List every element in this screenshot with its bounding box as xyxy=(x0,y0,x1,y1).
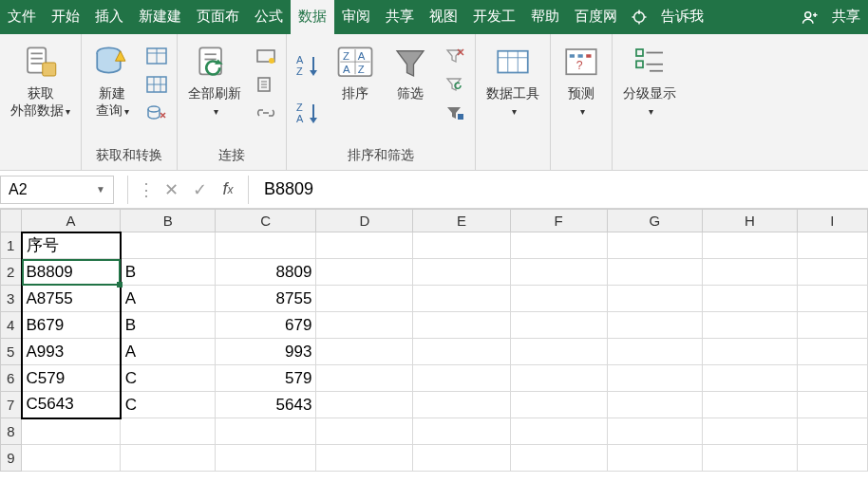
row-header-2[interactable]: 2 xyxy=(1,259,22,286)
cell-H1[interactable] xyxy=(702,232,797,259)
cell-C6[interactable]: 579 xyxy=(216,365,316,392)
cell-I2[interactable] xyxy=(797,259,867,286)
tab-formulas[interactable]: 公式 xyxy=(247,0,291,34)
row-header-8[interactable]: 8 xyxy=(1,418,22,445)
col-header-D[interactable]: D xyxy=(316,210,413,232)
cell-F1[interactable] xyxy=(510,232,607,259)
cell-D6[interactable] xyxy=(316,365,413,392)
show-queries-button[interactable] xyxy=(142,44,171,68)
row-header-9[interactable]: 9 xyxy=(1,445,22,472)
col-header-G[interactable]: G xyxy=(607,210,702,232)
cell-A7[interactable]: C5643 xyxy=(22,392,121,418)
cell-C5[interactable]: 993 xyxy=(216,339,316,365)
insert-function-button[interactable]: fx xyxy=(214,176,242,204)
cell-H4[interactable] xyxy=(702,312,797,339)
cell-G7[interactable] xyxy=(607,392,702,418)
cell-F3[interactable] xyxy=(510,286,607,312)
filter-button[interactable]: 筛选 xyxy=(386,38,435,102)
cell-F4[interactable] xyxy=(510,312,607,339)
cell-B3[interactable]: A xyxy=(121,286,216,312)
select-all-cell[interactable] xyxy=(1,210,22,232)
cell-B8[interactable] xyxy=(121,418,216,445)
cell-A5[interactable]: A993 xyxy=(22,339,121,365)
cell-G5[interactable] xyxy=(607,339,702,365)
enter-formula-button[interactable]: ✓ xyxy=(185,176,214,204)
outline-button[interactable]: 分级显示▾ xyxy=(618,38,681,120)
cell-H9[interactable] xyxy=(702,445,797,472)
cell-E5[interactable] xyxy=(413,339,510,365)
from-table-button[interactable] xyxy=(142,72,171,97)
col-header-H[interactable]: H xyxy=(702,210,797,232)
tab-help[interactable]: 帮助 xyxy=(523,0,567,34)
tab-new[interactable]: 新建建 xyxy=(131,0,189,34)
tell-me[interactable]: 告诉我 xyxy=(653,0,711,34)
tab-home[interactable]: 开始 xyxy=(44,0,87,34)
col-header-B[interactable]: B xyxy=(121,210,216,232)
cell-B2[interactable]: B xyxy=(121,259,216,286)
name-box[interactable]: A2 ▼ xyxy=(0,176,114,204)
cell-D8[interactable] xyxy=(316,418,413,445)
cell-E1[interactable] xyxy=(413,232,510,259)
cell-A1[interactable]: 序号 xyxy=(22,232,121,259)
reapply-filter-button[interactable] xyxy=(441,72,469,97)
cell-G3[interactable] xyxy=(607,286,702,312)
cell-F5[interactable] xyxy=(510,339,607,365)
sort-az-button[interactable]: AZ xyxy=(292,51,325,80)
cell-A6[interactable]: C579 xyxy=(22,365,121,392)
new-query-button[interactable]: 新建 查询▾ xyxy=(87,38,137,120)
col-header-E[interactable]: E xyxy=(413,210,510,232)
tab-developer[interactable]: 开发工 xyxy=(465,0,523,34)
tab-data[interactable]: 数据 xyxy=(291,0,334,34)
cell-E2[interactable] xyxy=(413,259,510,286)
cell-G8[interactable] xyxy=(607,418,702,445)
fb-handle-icon[interactable]: ⋮ xyxy=(134,179,157,200)
cancel-formula-button[interactable]: ✕ xyxy=(157,176,185,204)
formula-input[interactable] xyxy=(255,176,868,204)
row-header-5[interactable]: 5 xyxy=(1,339,22,365)
cell-E4[interactable] xyxy=(413,312,510,339)
tab-review[interactable]: 审阅 xyxy=(334,0,378,34)
cell-B9[interactable] xyxy=(121,445,216,472)
cell-A2[interactable]: B8809 xyxy=(22,259,121,286)
cell-B7[interactable]: C xyxy=(121,392,216,418)
cell-E3[interactable] xyxy=(413,286,510,312)
clear-filter-button[interactable] xyxy=(441,44,469,68)
cell-D3[interactable] xyxy=(316,286,413,312)
cell-I1[interactable] xyxy=(797,232,867,259)
cell-D9[interactable] xyxy=(316,445,413,472)
cell-E8[interactable] xyxy=(413,418,510,445)
cell-F9[interactable] xyxy=(510,445,607,472)
cell-D1[interactable] xyxy=(316,232,413,259)
sort-button[interactable]: ZAAZ 排序 xyxy=(330,38,380,102)
cell-I6[interactable] xyxy=(797,365,867,392)
cell-F7[interactable] xyxy=(510,392,607,418)
advanced-filter-button[interactable] xyxy=(441,101,469,125)
cell-B6[interactable]: C xyxy=(121,365,216,392)
cell-H5[interactable] xyxy=(702,339,797,365)
cell-H3[interactable] xyxy=(702,286,797,312)
cell-E9[interactable] xyxy=(413,445,510,472)
cell-H6[interactable] xyxy=(702,365,797,392)
forecast-button[interactable]: ? 预测▾ xyxy=(557,38,606,120)
row-header-3[interactable]: 3 xyxy=(1,286,22,312)
cell-B1[interactable] xyxy=(121,232,216,259)
share-icon[interactable] xyxy=(796,0,824,34)
cell-A9[interactable] xyxy=(22,445,121,472)
cell-B5[interactable]: A xyxy=(121,339,216,365)
cell-H2[interactable] xyxy=(702,259,797,286)
cell-F8[interactable] xyxy=(510,418,607,445)
cell-C1[interactable] xyxy=(216,232,316,259)
cell-C9[interactable] xyxy=(216,445,316,472)
cell-C8[interactable] xyxy=(216,418,316,445)
name-box-dropdown-icon[interactable]: ▼ xyxy=(96,184,105,195)
cell-D5[interactable] xyxy=(316,339,413,365)
tell-me-icon[interactable] xyxy=(625,0,653,34)
tab-pagelayout[interactable]: 页面布 xyxy=(189,0,247,34)
col-header-C[interactable]: C xyxy=(216,210,316,232)
data-tools-button[interactable]: 数据工具▾ xyxy=(481,38,544,120)
cell-A8[interactable] xyxy=(22,418,121,445)
row-header-1[interactable]: 1 xyxy=(1,232,22,259)
recent-sources-button[interactable] xyxy=(142,101,171,125)
refresh-all-button[interactable]: 全部刷新▾ xyxy=(183,38,246,120)
connections-button[interactable] xyxy=(252,44,280,68)
